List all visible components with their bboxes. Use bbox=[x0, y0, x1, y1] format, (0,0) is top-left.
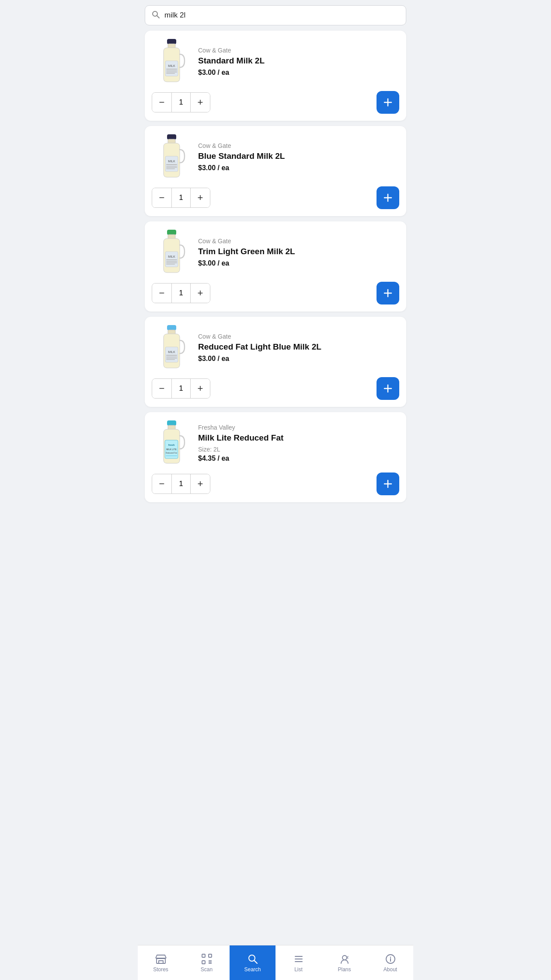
product-name: Trim Light Green Milk 2L bbox=[198, 246, 399, 257]
svg-line-59 bbox=[254, 960, 257, 963]
svg-rect-42 bbox=[167, 420, 176, 426]
product-name: Standard Milk 2L bbox=[198, 56, 399, 66]
add-to-cart-button[interactable] bbox=[377, 186, 399, 209]
product-brand: Fresha Valley bbox=[198, 424, 399, 431]
product-info: Cow & Gate Trim Light Green Milk 2L $3.0… bbox=[198, 238, 399, 267]
search-icon bbox=[151, 10, 160, 21]
svg-rect-12 bbox=[167, 134, 176, 140]
nav-label-search: Search bbox=[244, 966, 261, 973]
qty-increase-button[interactable]: + bbox=[191, 93, 210, 112]
product-info: Cow & Gate Reduced Fat Light Blue Milk 2… bbox=[198, 333, 399, 363]
product-info: Fresha Valley Milk Lite Reduced Fat Size… bbox=[198, 424, 399, 462]
svg-rect-34 bbox=[165, 347, 178, 362]
product-info: Cow & Gate Blue Standard Milk 2L $3.00 /… bbox=[198, 142, 399, 172]
product-top: MILK Cow & Gate Blue Standard Milk 2L $3… bbox=[152, 133, 399, 181]
qty-value: 1 bbox=[171, 188, 191, 207]
nav-label-plans: Plans bbox=[338, 966, 351, 973]
svg-line-1 bbox=[157, 16, 159, 18]
product-image: MILK bbox=[152, 133, 191, 181]
svg-rect-16 bbox=[166, 164, 177, 165]
svg-rect-38 bbox=[166, 358, 177, 359]
svg-rect-54 bbox=[202, 961, 205, 964]
svg-rect-36 bbox=[166, 355, 177, 356]
nav-item-scan[interactable]: Scan bbox=[184, 945, 230, 980]
qty-decrease-button[interactable]: − bbox=[152, 379, 171, 398]
qty-decrease-button[interactable]: − bbox=[152, 93, 171, 112]
svg-rect-14 bbox=[165, 156, 178, 172]
nav-item-list[interactable]: List bbox=[276, 945, 321, 980]
nav-item-stores[interactable]: Stores bbox=[138, 945, 184, 980]
nav-item-about[interactable]: About bbox=[367, 945, 413, 980]
svg-rect-6 bbox=[166, 69, 177, 70]
product-price: $3.00 / ea bbox=[198, 164, 399, 172]
svg-rect-19 bbox=[166, 168, 175, 169]
search-bar-container bbox=[138, 0, 413, 31]
about-icon bbox=[385, 953, 396, 965]
qty-decrease-button[interactable]: − bbox=[152, 474, 171, 494]
product-card: fresh MILK LITE Reduced Fat Fresha Valle… bbox=[145, 412, 406, 502]
plans-icon bbox=[339, 953, 350, 965]
svg-point-63 bbox=[342, 956, 347, 960]
product-price: $3.00 / ea bbox=[198, 259, 399, 267]
product-top: MILK Cow & Gate Standard Milk 2L $3.00 /… bbox=[152, 38, 399, 86]
product-card: MILK Cow & Gate Reduced Fat Light Blue M… bbox=[145, 317, 406, 407]
search-input[interactable] bbox=[164, 11, 400, 20]
product-bottom: − 1 + bbox=[152, 377, 399, 400]
svg-text:MILK: MILK bbox=[168, 64, 175, 67]
product-bottom: − 1 + bbox=[152, 186, 399, 209]
qty-increase-button[interactable]: + bbox=[191, 474, 210, 494]
qty-increase-button[interactable]: + bbox=[191, 284, 210, 303]
product-top: MILK Cow & Gate Trim Light Green Milk 2L… bbox=[152, 228, 399, 276]
svg-rect-18 bbox=[166, 167, 177, 168]
add-to-cart-button[interactable] bbox=[377, 377, 399, 400]
svg-text:MILK: MILK bbox=[168, 255, 175, 258]
product-image: MILK bbox=[152, 228, 191, 276]
nav-label-scan: Scan bbox=[201, 966, 213, 973]
product-image: fresh MILK LITE Reduced Fat bbox=[152, 419, 191, 467]
add-to-cart-button[interactable] bbox=[377, 472, 399, 495]
svg-rect-28 bbox=[166, 262, 177, 263]
qty-decrease-button[interactable]: − bbox=[152, 188, 171, 207]
product-card: MILK Cow & Gate Standard Milk 2L $3.00 /… bbox=[145, 31, 406, 121]
qty-value: 1 bbox=[171, 284, 191, 303]
svg-rect-53 bbox=[209, 954, 212, 957]
store-icon bbox=[155, 953, 167, 965]
product-name: Milk Lite Reduced Fat bbox=[198, 433, 399, 443]
scan-icon bbox=[201, 953, 213, 965]
nav-item-plans[interactable]: Plans bbox=[321, 945, 367, 980]
svg-rect-39 bbox=[166, 359, 175, 360]
svg-rect-4 bbox=[165, 61, 178, 76]
svg-text:fresh: fresh bbox=[168, 444, 174, 446]
svg-rect-24 bbox=[165, 252, 178, 267]
qty-value: 1 bbox=[171, 93, 191, 112]
qty-decrease-button[interactable]: − bbox=[152, 284, 171, 303]
product-price: $3.00 / ea bbox=[198, 355, 399, 363]
add-to-cart-button[interactable] bbox=[377, 91, 399, 114]
svg-rect-9 bbox=[166, 73, 175, 74]
svg-rect-32 bbox=[167, 325, 176, 330]
nav-item-search[interactable]: Search bbox=[230, 945, 276, 980]
product-top: MILK Cow & Gate Reduced Fat Light Blue M… bbox=[152, 324, 399, 372]
svg-point-66 bbox=[390, 956, 391, 957]
svg-rect-27 bbox=[166, 261, 177, 262]
product-card: MILK Cow & Gate Trim Light Green Milk 2L… bbox=[145, 221, 406, 312]
add-to-cart-button[interactable] bbox=[377, 282, 399, 304]
svg-rect-8 bbox=[166, 72, 177, 73]
quantity-stepper: − 1 + bbox=[152, 474, 210, 494]
nav-label-stores: Stores bbox=[153, 966, 168, 973]
product-name: Blue Standard Milk 2L bbox=[198, 151, 399, 161]
product-price: $3.00 / ea bbox=[198, 69, 399, 77]
svg-text:Reduced Fat: Reduced Fat bbox=[166, 452, 178, 454]
qty-increase-button[interactable]: + bbox=[191, 188, 210, 207]
svg-text:MILK: MILK bbox=[168, 350, 175, 354]
product-top: fresh MILK LITE Reduced Fat Fresha Valle… bbox=[152, 419, 399, 467]
product-price: $4.35 / ea bbox=[198, 455, 399, 462]
product-name: Reduced Fat Light Blue Milk 2L bbox=[198, 342, 399, 352]
quantity-stepper: − 1 + bbox=[152, 188, 210, 208]
qty-increase-button[interactable]: + bbox=[191, 379, 210, 398]
svg-text:MILK: MILK bbox=[168, 160, 175, 163]
svg-rect-17 bbox=[166, 166, 177, 167]
product-size: Size: 2L bbox=[198, 446, 399, 453]
product-info: Cow & Gate Standard Milk 2L $3.00 / ea bbox=[198, 47, 399, 77]
quantity-stepper: − 1 + bbox=[152, 378, 210, 399]
